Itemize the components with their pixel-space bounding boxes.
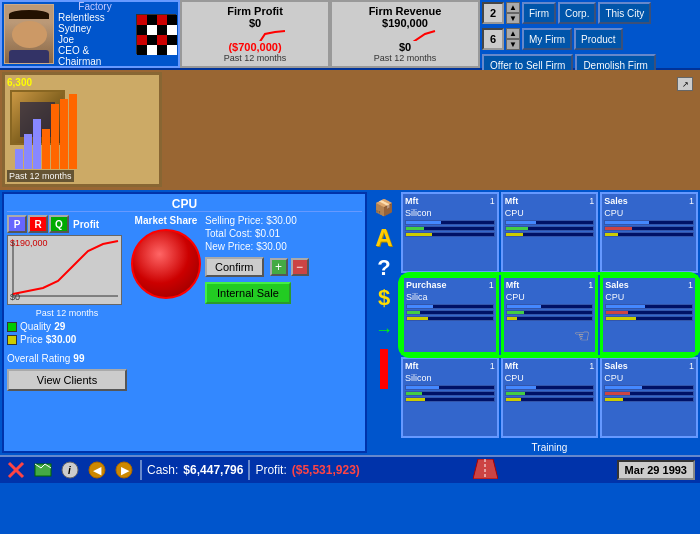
chart-past-label: Past 12 months [7, 170, 74, 182]
factory-row-3: Mft 1 Silicon Mft 1 CPU [401, 357, 698, 438]
revenue-chart [365, 29, 445, 41]
new-price-value: $30.00 [256, 241, 287, 252]
firm-revenue-zero: $0 [399, 41, 411, 53]
increase-price-button[interactable]: + [270, 258, 288, 276]
box-type-6: Sales [605, 280, 629, 290]
price-value: $30.00 [46, 334, 77, 345]
status-icon-info[interactable]: i [59, 459, 81, 481]
confirm-button[interactable]: Confirm [205, 257, 264, 277]
factory-box-mft-cpu-3[interactable]: Mft 1 CPU [501, 357, 599, 438]
factory-box-mft-silicon-1[interactable]: Mft 1 Silicon [401, 192, 499, 273]
selling-price-value: $30.00 [266, 215, 297, 226]
factory-panel: Factory Relentless Sydney Joe CEO & Chai… [0, 0, 180, 68]
box-icon[interactable]: 📦 [372, 195, 397, 220]
firm-arrow-down-2[interactable]: ▼ [506, 39, 520, 50]
cpu-right: Selling Price: $30.00 Total Cost: $0.01 … [205, 215, 362, 391]
status-bar: i ◀ ▶ Cash: $6,447,796 Profit: ($5,531,9… [0, 455, 700, 483]
dollar-icon[interactable]: $ [372, 285, 397, 310]
box-header-4: Purchase 1 [406, 280, 494, 290]
cash-value: $6,447,796 [183, 463, 243, 477]
main-chart-panel: 6,300 Past 12 months [2, 72, 162, 187]
expand-icon[interactable]: ↗ [677, 77, 693, 91]
profit-chart [215, 29, 295, 41]
box-bars-7 [405, 385, 495, 402]
firm-profit-past: Past 12 months [224, 53, 287, 63]
firm-arrow-1[interactable]: ▲ ▼ [506, 2, 520, 24]
firm-button[interactable]: Firm [522, 2, 556, 24]
bar-chart [15, 89, 154, 169]
r-button[interactable]: R [28, 215, 48, 233]
market-share-circle [131, 229, 201, 299]
profit-past-label: Past 12 months [7, 308, 127, 318]
factory-row-2: Purchase 1 Silica Mft 1 CPU [401, 275, 698, 356]
box-header-3: Sales 1 [604, 196, 694, 206]
side-icons-panel: 📦 A ? $ → [369, 190, 399, 455]
factory-box-mft-cpu-2[interactable]: Mft 1 CPU ☞ [501, 275, 599, 356]
new-price-label: New Price: [205, 241, 253, 252]
corp-button[interactable]: Corp. [558, 2, 596, 24]
company-logo [136, 14, 176, 54]
this-city-button[interactable]: This City [598, 2, 651, 24]
person-name2: Sydney [58, 23, 132, 34]
status-separator-1 [140, 460, 142, 480]
box-sub-7: Silicon [405, 373, 495, 383]
status-icon-forward[interactable]: ▶ [113, 459, 135, 481]
price-row: Price $30.00 [7, 334, 127, 345]
box-sub-8: CPU [505, 373, 595, 383]
svg-text:◀: ◀ [93, 464, 102, 476]
box-bars-1 [405, 220, 495, 237]
factory-box-purchase-silica[interactable]: Purchase 1 Silica [401, 275, 499, 356]
firm-arrow-2[interactable]: ▲ ▼ [506, 28, 520, 50]
product-button[interactable]: Product [574, 28, 622, 50]
firm-profit-panel: Firm Profit $0 ($700,000) Past 12 months [180, 0, 330, 68]
overall-label: Overall Rating [7, 353, 70, 364]
firm-buttons-row: 2 ▲ ▼ Firm Corp. This City [480, 0, 700, 26]
green-arrow-icon: → [375, 320, 393, 341]
quality-legend [7, 322, 17, 332]
firm-profit-value: $0 [249, 17, 261, 29]
box-bars-6 [605, 304, 693, 321]
box-sub-3: CPU [604, 208, 694, 218]
box-sub-9: CPU [604, 373, 694, 383]
box-type-1: Mft [405, 196, 419, 206]
svg-text:▶: ▶ [121, 464, 130, 476]
status-icon-x[interactable] [5, 459, 27, 481]
decrease-price-button[interactable]: − [291, 258, 309, 276]
letter-a-icon[interactable]: A [372, 225, 397, 250]
internal-sale-button[interactable]: Internal Sale [205, 282, 291, 304]
firm-arrow-up-1[interactable]: ▲ [506, 2, 520, 13]
factory-box-sales-cpu-1[interactable]: Sales 1 CPU [600, 192, 698, 273]
avatar [4, 4, 54, 64]
factory-box-mft-silicon-2[interactable]: Mft 1 Silicon [401, 357, 499, 438]
box-type-5: Mft [506, 280, 520, 290]
q-button[interactable]: Q [49, 215, 69, 233]
firm-arrow-down-1[interactable]: ▼ [506, 13, 520, 24]
profit-label: Profit [73, 219, 99, 230]
box-header-2: Mft 1 [505, 196, 595, 206]
middle-section: CPU P R Q Profit $190,000 $0 [0, 190, 700, 455]
status-icon-back[interactable]: ◀ [86, 459, 108, 481]
view-clients-button[interactable]: View Clients [7, 369, 127, 391]
selling-price-row: Selling Price: $30.00 [205, 215, 362, 226]
factory-box-mft-cpu-1[interactable]: Mft 1 CPU [501, 192, 599, 273]
question-icon[interactable]: ? [372, 255, 397, 280]
factory-box-sales-cpu-3[interactable]: Sales 1 CPU [600, 357, 698, 438]
box-type-7: Mft [405, 361, 419, 371]
box-type-4: Purchase [406, 280, 447, 290]
box-sub-4: Silica [406, 292, 494, 302]
status-icon-map[interactable] [32, 459, 54, 481]
factory-box-sales-cpu-2[interactable]: Sales 1 CPU [600, 275, 698, 356]
p-button[interactable]: P [7, 215, 27, 233]
my-firm-button[interactable]: My Firm [522, 28, 572, 50]
firm-revenue-value: $190,000 [382, 17, 428, 29]
firm-number-1: 2 [482, 2, 504, 24]
firm-profit-neg: ($700,000) [228, 41, 281, 53]
firm-revenue-panel: Firm Revenue $190,000 $0 Past 12 months [330, 0, 480, 68]
total-cost-value: $0.01 [255, 228, 280, 239]
box-bars-9 [604, 385, 694, 402]
firm-arrow-up-2[interactable]: ▲ [506, 28, 520, 39]
cpu-panel: CPU P R Q Profit $190,000 $0 [2, 192, 367, 453]
box-sub-6: CPU [605, 292, 693, 302]
chart-value: 6,300 [7, 77, 32, 88]
box-header-8: Mft 1 [505, 361, 595, 371]
